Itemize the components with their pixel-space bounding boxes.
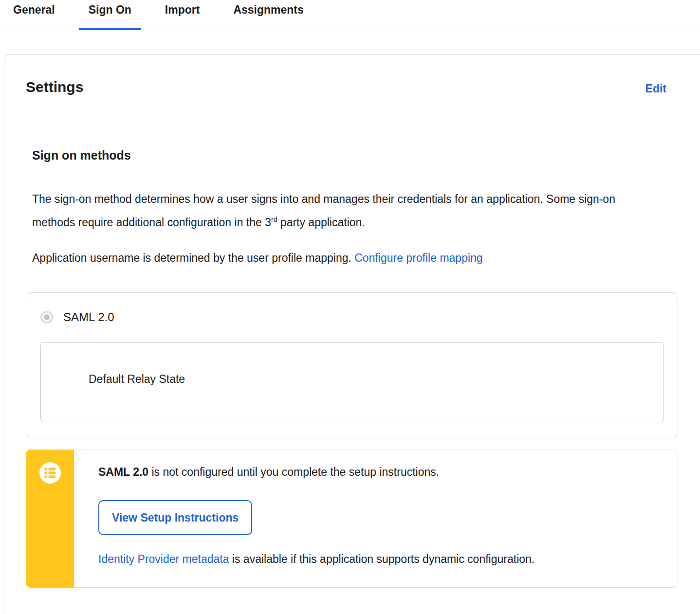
view-setup-instructions-button[interactable]: View Setup Instructions xyxy=(98,500,252,535)
metadata-note-text: is available if this application support… xyxy=(229,553,534,565)
saml-radio-button[interactable] xyxy=(40,311,53,324)
sign-on-methods-description: The sign-on method determines how a user… xyxy=(32,187,631,234)
default-relay-state-label: Default Relay State xyxy=(89,373,185,386)
warning-message: SAML 2.0 is not configured until you com… xyxy=(98,465,658,479)
description-text-2: party application. xyxy=(277,216,365,229)
application-username-note: Application username is determined by th… xyxy=(32,246,631,270)
edit-link[interactable]: Edit xyxy=(645,82,666,95)
username-note-text: Application username is determined by th… xyxy=(32,252,354,264)
sign-on-methods-heading: Sign on methods xyxy=(32,147,700,163)
app-tab-bar: General Sign On Import Assignments xyxy=(0,0,700,30)
tab-assignments[interactable]: Assignments xyxy=(223,0,313,30)
saml-radio-row: SAML 2.0 xyxy=(40,310,664,324)
warning-yellow-strip xyxy=(26,450,74,588)
saml-method-box: SAML 2.0 Default Relay State xyxy=(26,292,678,438)
settings-card-header: Settings Edit xyxy=(26,78,677,96)
saml-radio-label: SAML 2.0 xyxy=(63,310,114,324)
identity-provider-metadata-link[interactable]: Identity Provider metadata xyxy=(98,553,229,565)
warning-message-text: is not configured until you complete the… xyxy=(148,466,439,478)
metadata-note: Identity Provider metadata is available … xyxy=(98,552,658,566)
warning-body: SAML 2.0 is not configured until you com… xyxy=(26,465,678,566)
configure-profile-mapping-link[interactable]: Configure profile mapping xyxy=(354,252,482,264)
settings-card: Settings Edit Sign on methods The sign-o… xyxy=(4,54,700,614)
warning-message-strong: SAML 2.0 xyxy=(98,466,148,478)
settings-title: Settings xyxy=(26,78,83,96)
setup-warning-banner: SAML 2.0 is not configured until you com… xyxy=(26,450,678,588)
tab-import[interactable]: Import xyxy=(155,0,210,30)
default-relay-state-field: Default Relay State xyxy=(40,342,664,422)
description-superscript: rd xyxy=(271,216,277,223)
tab-sign-on[interactable]: Sign On xyxy=(79,0,141,30)
setup-instructions-list-icon xyxy=(39,462,61,484)
tab-general[interactable]: General xyxy=(3,0,65,30)
radio-dot xyxy=(44,314,50,320)
